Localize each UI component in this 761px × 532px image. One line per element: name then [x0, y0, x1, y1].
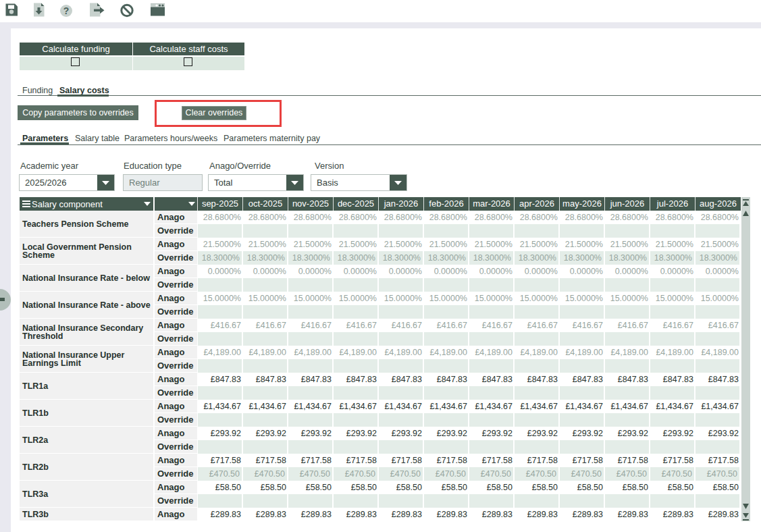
svg-text:?: ?	[63, 5, 70, 16]
